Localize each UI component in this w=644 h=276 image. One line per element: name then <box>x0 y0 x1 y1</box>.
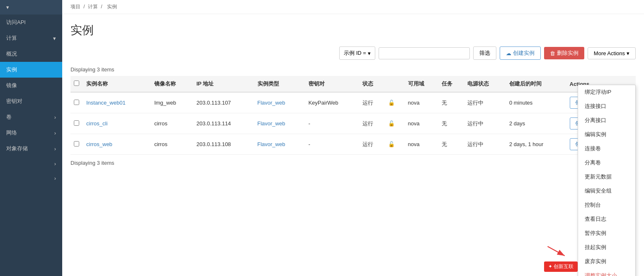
filter-input[interactable] <box>379 47 470 59</box>
sidebar-item-label: 对象存储 <box>6 145 28 152</box>
sidebar-item-misc2[interactable]: › <box>0 171 62 186</box>
row-checkbox[interactable] <box>74 141 79 147</box>
instance-task: 无 <box>438 92 464 113</box>
chevron-right-icon: › <box>54 130 56 136</box>
page-content: 实例 示例 ID = ▾ 筛选 ☁ 创建实例 🗑 删除实例 M <box>62 14 644 276</box>
dropdown-item-pause-instance[interactable]: 暂停实例 <box>578 226 635 240</box>
row-checkbox[interactable] <box>74 100 79 105</box>
select-all-checkbox[interactable] <box>74 81 79 86</box>
instance-flavor-link[interactable]: Flavor_web <box>258 100 285 106</box>
dropdown-item-attach-interface[interactable]: 连接接口 <box>578 99 635 113</box>
instance-task: 无 <box>438 134 464 155</box>
instance-name-link[interactable]: Instance_web01 <box>86 100 126 106</box>
breadcrumb-project[interactable]: 项目 <box>70 4 80 10</box>
instance-ip: 203.0.113.107 <box>193 92 254 113</box>
breadcrumb-current: 实例 <box>107 4 117 10</box>
sidebar-item-label: 镜像 <box>6 82 17 89</box>
dropdown-item-edit-security-group[interactable]: 编辑安全组 <box>578 184 635 198</box>
cloud-icon: ☁ <box>506 50 511 56</box>
actions-dropdown-menu: 绑定浮动IP连接接口分离接口编辑实例连接卷分离卷更新元数据编辑安全组控制台查看日… <box>578 85 636 276</box>
instance-power: 运行中 <box>464 134 506 155</box>
instance-keypair: - <box>305 113 359 134</box>
breadcrumb-compute[interactable]: 计算 <box>88 4 98 10</box>
page-title: 实例 <box>70 22 636 38</box>
more-actions-label: More Actions <box>594 50 625 56</box>
instance-ip: 203.0.113.114 <box>193 113 254 134</box>
toolbar: 示例 ID = ▾ 筛选 ☁ 创建实例 🗑 删除实例 More Actions … <box>70 46 636 60</box>
filter-select-chevron: ▾ <box>368 50 371 56</box>
sidebar-item-compute[interactable]: 计算 ▾ <box>0 30 62 46</box>
more-actions-button[interactable]: More Actions ▾ <box>588 47 636 59</box>
dropdown-item-console[interactable]: 控制台 <box>578 198 635 212</box>
svg-line-1 <box>548 247 565 256</box>
dropdown-item-detach-interface[interactable]: 分离接口 <box>578 113 635 127</box>
table-row: cirros_web cirros 203.0.113.108 Flavor_w… <box>70 134 636 155</box>
sidebar-item-images[interactable]: 镜像 <box>0 78 62 93</box>
sidebar-item-instances[interactable]: 实例 <box>0 62 62 78</box>
toolbar-right: 示例 ID = ▾ 筛选 ☁ 创建实例 🗑 删除实例 More Actions … <box>339 46 636 60</box>
instance-task: 无 <box>438 113 464 134</box>
breadcrumb-sep2: / <box>101 4 104 10</box>
delete-instance-button[interactable]: 🗑 删除实例 <box>544 47 584 59</box>
instance-image: cirros <box>151 113 193 134</box>
col-ip: IP 地址 <box>193 76 254 92</box>
col-lock <box>385 76 404 92</box>
instance-created: 2 days <box>506 113 566 134</box>
sidebar-item-label: 概况 <box>6 50 17 58</box>
sidebar-item-label: 实例 <box>6 66 17 73</box>
row-checkbox[interactable] <box>74 120 79 126</box>
breadcrumb: 项目 / 计算 / 实例 <box>62 0 644 14</box>
sidebar-item-volumes[interactable]: 卷 › <box>0 109 62 125</box>
dropdown-item-view-log[interactable]: 查看日志 <box>578 212 635 226</box>
instance-az: nova <box>405 92 438 113</box>
delete-button-label: 删除实例 <box>557 49 578 57</box>
dropdown-item-shelve-instance[interactable]: 废弃实例 <box>578 254 635 269</box>
dropdown-item-attach-volume[interactable]: 连接卷 <box>578 142 635 156</box>
chevron-up-icon: ▾ <box>6 4 9 10</box>
filter-select[interactable]: 示例 ID = ▾ <box>339 46 375 60</box>
sidebar-item-misc1[interactable]: › <box>0 156 62 171</box>
sidebar-item-access-api[interactable]: 访问API <box>0 15 62 30</box>
instances-table: 实例名称 镜像名称 IP 地址 实例类型 密钥对 状态 可用域 任务 电源状态 … <box>70 76 636 155</box>
sidebar-item-label: 计算 <box>6 34 17 42</box>
instance-created: 2 days, 1 hour <box>506 134 566 155</box>
col-created: 创建后的时间 <box>506 76 566 92</box>
instance-flavor-link[interactable]: Flavor_web <box>258 141 285 147</box>
arrow-annotation <box>544 243 569 259</box>
table-row: Instance_web01 Img_web 203.0.113.107 Fla… <box>70 92 636 113</box>
filter-select-label: 示例 ID = <box>344 49 366 57</box>
table-header-row: 实例名称 镜像名称 IP 地址 实例类型 密钥对 状态 可用域 任务 电源状态 … <box>70 76 636 92</box>
instance-status: 运行 <box>359 134 385 155</box>
dropdown-item-suspend-instance[interactable]: 挂起实例 <box>578 240 635 254</box>
sidebar: ▾ 访问API 计算 ▾ 概况 实例 镜像 密钥对 卷 › 网络 › 对象存储 … <box>0 0 62 276</box>
displaying-count-bottom: Displaying 3 items <box>70 160 636 166</box>
sidebar-item-collapse[interactable]: ▾ <box>0 0 62 15</box>
instance-keypair: - <box>305 134 359 155</box>
col-task: 任务 <box>438 76 464 92</box>
dropdown-item-bind-float-ip[interactable]: 绑定浮动IP <box>578 85 635 99</box>
sidebar-item-network[interactable]: 网络 › <box>0 125 62 141</box>
instance-power: 运行中 <box>464 113 506 134</box>
chevron-right-icon: › <box>54 146 56 152</box>
instance-status: 运行 <box>359 92 385 113</box>
trash-icon: 🗑 <box>550 50 555 56</box>
instance-keypair: KeyPairWeb <box>305 92 359 113</box>
create-instance-button[interactable]: ☁ 创建实例 <box>500 46 541 60</box>
dropdown-item-detach-volume[interactable]: 分离卷 <box>578 156 635 170</box>
col-az: 可用域 <box>405 76 438 92</box>
instance-name-link[interactable]: cirros_cli <box>86 120 107 127</box>
instance-flavor-link[interactable]: Flavor_web <box>258 120 285 127</box>
sidebar-item-keypairs[interactable]: 密钥对 <box>0 93 62 109</box>
dropdown-item-resize-instance[interactable]: 调整实例大小 <box>578 269 635 276</box>
dropdown-item-update-metadata[interactable]: 更新元数据 <box>578 170 635 184</box>
instance-lock: 🔓 <box>385 92 404 113</box>
instance-image: cirros <box>151 134 193 155</box>
instance-status: 运行 <box>359 113 385 134</box>
instance-az: nova <box>405 113 438 134</box>
table-row: cirros_cli cirros 203.0.113.114 Flavor_w… <box>70 113 636 134</box>
sidebar-item-object-storage[interactable]: 对象存储 › <box>0 141 62 156</box>
sidebar-item-overview[interactable]: 概况 <box>0 46 62 62</box>
instance-name-link[interactable]: cirros_web <box>86 141 112 147</box>
dropdown-item-edit-instance[interactable]: 编辑实例 <box>578 127 635 142</box>
filter-button[interactable]: 筛选 <box>473 46 496 60</box>
